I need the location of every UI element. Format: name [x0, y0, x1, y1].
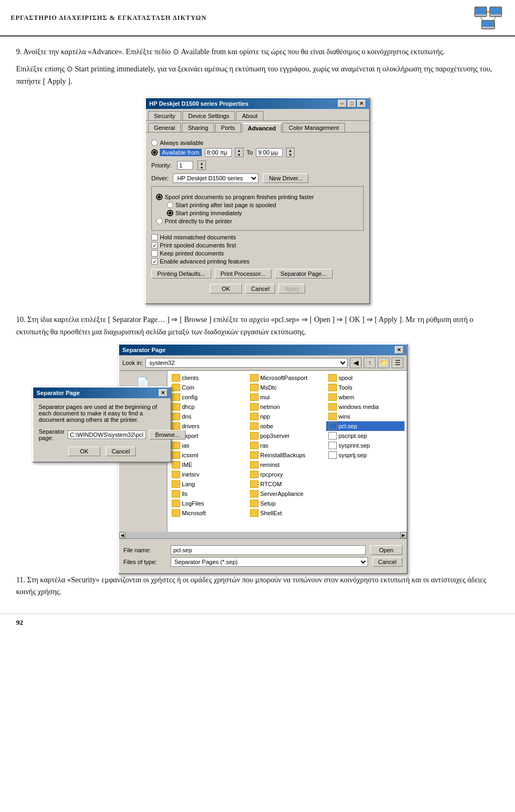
- list-item[interactable]: Lang: [170, 479, 248, 489]
- new-driver-button[interactable]: New Driver...: [263, 173, 308, 183]
- open-button[interactable]: Open: [370, 545, 402, 555]
- list-item-pcl-sep[interactable]: pcl.sep: [326, 421, 404, 431]
- radio-always-available[interactable]: Always available: [151, 140, 364, 146]
- scrollbar-left-btn[interactable]: ◀: [119, 532, 126, 538]
- priority-input[interactable]: [177, 161, 193, 170]
- list-item[interactable]: spool: [326, 373, 404, 383]
- list-item[interactable]: inetsrv: [170, 470, 248, 479]
- list-item[interactable]: clients: [170, 373, 248, 383]
- maximize-button[interactable]: □: [348, 100, 356, 107]
- file-name-input[interactable]: [171, 545, 366, 555]
- list-item[interactable]: pscript.sep: [326, 431, 404, 441]
- list-item[interactable]: npp: [248, 412, 326, 421]
- list-item[interactable]: [326, 489, 404, 499]
- priority-up[interactable]: ▲: [198, 161, 205, 165]
- list-item[interactable]: MicrosoftPassport: [248, 373, 326, 383]
- up-button[interactable]: ↑: [364, 357, 376, 368]
- list-item[interactable]: rpcproxy: [248, 470, 326, 479]
- time-from-input[interactable]: [205, 148, 232, 157]
- list-item[interactable]: Tools: [326, 383, 404, 392]
- time-to-down[interactable]: ▼: [286, 152, 294, 157]
- horizontal-scrollbar[interactable]: ◀ ▶: [119, 532, 407, 538]
- scrollbar-right-btn[interactable]: ▶: [400, 532, 407, 538]
- file-titlebar[interactable]: Separator Page ✕: [119, 345, 407, 355]
- tab-about[interactable]: About: [236, 111, 263, 120]
- list-item[interactable]: windows media: [326, 402, 404, 412]
- time-to-up[interactable]: ▲: [286, 148, 294, 152]
- files-type-select[interactable]: Separator Pages (*.sep): [171, 557, 368, 567]
- minimize-button[interactable]: ─: [338, 100, 347, 107]
- list-item[interactable]: dhcp: [170, 402, 248, 412]
- time-to-spin[interactable]: ▲ ▼: [286, 148, 295, 157]
- list-item[interactable]: ServerAppliance: [248, 489, 326, 499]
- list-item[interactable]: LogFiles: [170, 499, 248, 508]
- checkbox-enable-advanced[interactable]: ✓ Enable advanced printing features: [151, 258, 364, 265]
- cancel-button[interactable]: Cancel: [245, 284, 275, 294]
- tab-general[interactable]: General: [148, 123, 181, 132]
- list-item[interactable]: wbem: [326, 392, 404, 402]
- sep-ok-button[interactable]: OK: [68, 447, 100, 456]
- back-button[interactable]: ◀: [350, 357, 362, 368]
- sep-small-close[interactable]: ✕: [159, 389, 167, 397]
- tab-device-settings[interactable]: Device Settings: [182, 111, 235, 120]
- list-item[interactable]: ias: [170, 441, 248, 450]
- dialog1-titlebar[interactable]: HP Deskjet D1500 series Properties ─ □ ✕: [146, 98, 369, 109]
- list-item[interactable]: ReinstallBackups: [248, 450, 326, 460]
- list-item[interactable]: ShellExt: [248, 508, 326, 518]
- priority-spin[interactable]: ▲ ▼: [197, 160, 206, 170]
- scrollbar-track[interactable]: [126, 532, 400, 538]
- apply-button[interactable]: Apply: [278, 284, 305, 294]
- tab-sharing[interactable]: Sharing: [182, 123, 214, 132]
- list-item[interactable]: MsDtc: [248, 383, 326, 392]
- browse-button[interactable]: Browse...: [149, 430, 186, 440]
- list-item[interactable]: Com: [170, 383, 248, 392]
- tab-ports[interactable]: Ports: [215, 123, 241, 132]
- tab-color-management[interactable]: Color Management: [283, 123, 345, 132]
- sep-page-input[interactable]: [68, 430, 146, 439]
- radio-available-from[interactable]: Available from: [151, 149, 202, 156]
- list-item[interactable]: IME: [170, 460, 248, 470]
- list-item[interactable]: icsxml: [170, 450, 248, 460]
- list-item[interactable]: lls: [170, 489, 248, 499]
- list-item[interactable]: [326, 508, 404, 518]
- driver-select[interactable]: HP Deskjet D1500 series: [173, 173, 259, 183]
- list-item[interactable]: dns: [170, 412, 248, 421]
- sep-small-titlebar[interactable]: Separator Page ✕: [33, 387, 171, 398]
- checkbox-keep-printed[interactable]: Keep printed documents: [151, 250, 364, 257]
- time-from-down[interactable]: ▼: [236, 152, 243, 157]
- checkbox-hold-mismatch[interactable]: Hold mismatched documents: [151, 234, 364, 240]
- ok-button[interactable]: OK: [210, 284, 242, 294]
- close-button[interactable]: ✕: [357, 100, 366, 107]
- list-item[interactable]: [326, 479, 404, 489]
- new-folder-button[interactable]: 📁: [378, 357, 389, 368]
- file-dialog-close[interactable]: ✕: [395, 346, 403, 354]
- list-item[interactable]: mui: [248, 392, 326, 402]
- time-from-spin[interactable]: ▲ ▼: [235, 148, 244, 157]
- list-item[interactable]: ras: [248, 441, 326, 450]
- list-item[interactable]: netmon: [248, 402, 326, 412]
- list-item[interactable]: [326, 460, 404, 470]
- radio-print-directly[interactable]: Print directly to the printer: [156, 218, 359, 224]
- list-item[interactable]: config: [170, 392, 248, 402]
- time-from-up[interactable]: ▲: [236, 148, 243, 152]
- time-to-input[interactable]: [256, 148, 283, 157]
- radio-after-last[interactable]: Start printing after last page is spoole…: [167, 202, 359, 208]
- print-processor-button[interactable]: Print Processor...: [215, 269, 271, 279]
- priority-down[interactable]: ▼: [198, 165, 205, 170]
- list-item[interactable]: Setup: [248, 499, 326, 508]
- radio-spool[interactable]: Spool print documents so program finishe…: [156, 194, 359, 200]
- checkbox-print-spooled[interactable]: ✓ Print spooled documents first: [151, 242, 364, 248]
- file-cancel-button[interactable]: Cancel: [372, 557, 402, 567]
- tab-advanced[interactable]: Advanced: [242, 123, 282, 133]
- separator-page-button[interactable]: Separator Page...: [275, 269, 333, 279]
- list-item[interactable]: Microsoft: [170, 508, 248, 518]
- list-item[interactable]: [326, 499, 404, 508]
- list-item[interactable]: sysprint.sep: [326, 441, 404, 450]
- list-item[interactable]: sysprtj.sep: [326, 450, 404, 460]
- list-item[interactable]: pop3server: [248, 431, 326, 441]
- sep-cancel-button[interactable]: Cancel: [106, 447, 136, 456]
- list-item[interactable]: wins: [326, 412, 404, 421]
- list-item[interactable]: reminst: [248, 460, 326, 470]
- list-item[interactable]: oobe: [248, 421, 326, 431]
- list-item[interactable]: RTCOM: [248, 479, 326, 489]
